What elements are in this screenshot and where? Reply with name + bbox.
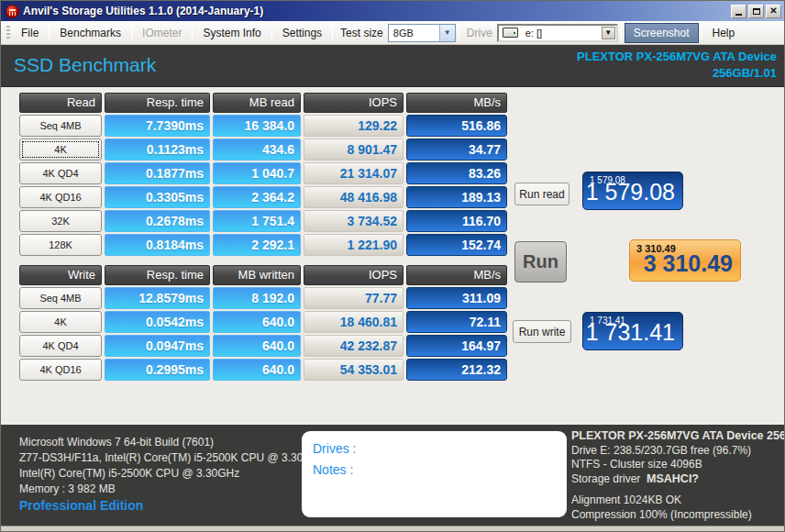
read-score-box: 1 579.08 1 579.08 [582,172,683,210]
write-score: 1 731.41 [586,319,675,346]
write-row-label-seq4mb[interactable]: Seq 4MB [19,287,102,309]
drive-details: PLEXTOR PX-256M7VG ATA Device 256GB Driv… [571,429,784,522]
drives-notes-box[interactable]: Drives : Notes : [302,431,567,517]
window-bottom-edge [1,526,784,532]
read-mbs: 152.74 [406,234,507,256]
menu-settings[interactable]: Settings [275,24,329,42]
read-iops: 21 314.07 [304,162,404,184]
header-banner: SSD Benchmark PLEXTOR PX-256M7VG ATA Dev… [1,45,784,87]
read-iops: 3 734.52 [304,210,404,232]
notes-label: Notes : [313,460,556,481]
menu-separator [702,25,702,40]
run-read-button[interactable]: Run read [514,183,569,205]
board-info: Z77-DS3H/F11a, Intel(R) Core(TM) i5-2500… [19,450,325,466]
chevron-down-icon[interactable]: ▼ [439,25,455,41]
drive-device-title: PLEXTOR PX-256M7VG ATA Device 256GB [571,429,784,444]
test-size-label: Test size [336,27,388,39]
write-mbs: 72.11 [406,311,507,333]
toolbar-gripper [6,26,10,40]
write-iops: 54 353.01 [304,359,404,381]
write-score-box: 1 731.41 1 731.41 [582,312,683,350]
write-row-label-4kqd4[interactable]: 4K QD4 [19,335,102,357]
test-size-value: 8GB [389,28,439,39]
menu-bar: File Benchmarks IOmeter System Info Sett… [1,21,784,45]
read-header-mbs: MB/s [406,93,507,113]
minimize-icon [735,14,742,16]
drive-icon [503,28,518,38]
read-mbs: 189.13 [406,186,507,208]
menu-separator [271,25,272,40]
close-icon: ✕ [769,6,777,16]
title-bar: Anvil's Storage Utilities 1.1.0 (2014-Ja… [1,1,784,21]
read-row-label-4k[interactable]: 4K [19,139,102,161]
storage-driver-value: MSAHCI? [647,472,699,485]
storage-driver-line: Storage driver MSAHCI? [571,472,784,487]
read-table: Read Resp. time MB read IOPS MB/s Seq 4M… [19,93,507,256]
menu-separator [192,25,193,40]
read-header-read: Read [19,93,102,113]
total-score: 3 310.49 [644,250,733,277]
device-info: PLEXTOR PX-256M7VG ATA Device 256GB/1.01 [577,49,777,82]
read-row-label-seq4mb[interactable]: Seq 4MB [19,115,102,137]
read-iops: 8 901.47 [304,139,404,161]
page-title: SSD Benchmark [14,54,156,76]
read-mb-read: 16 384.0 [213,115,301,137]
close-button[interactable]: ✕ [766,5,781,18]
menu-system-info[interactable]: System Info [195,24,268,42]
write-header-mbs: MB/s [406,265,507,285]
read-mb-read: 434.6 [213,139,301,161]
read-header-iops: IOPS [304,93,404,113]
minimize-button[interactable] [731,5,746,18]
write-header-write: Write [19,265,102,285]
read-iops: 48 416.98 [304,186,404,208]
read-resp-time: 0.8184ms [105,234,210,256]
read-mbs: 34.77 [406,139,507,161]
menu-separator [131,25,132,40]
drive-select[interactable]: e: [] ▼ [497,24,618,42]
write-row-label-4k[interactable]: 4K [19,311,102,333]
menu-separator [332,25,333,40]
read-row-label-4kqd4[interactable]: 4K QD4 [19,162,102,184]
drive-label: Drive [462,27,497,39]
read-row-label-4kqd16[interactable]: 4K QD16 [19,186,102,208]
write-resp-time: 0.2995ms [105,359,210,381]
read-resp-time: 0.2678ms [105,210,210,232]
menu-file[interactable]: File [14,24,46,42]
read-mb-read: 2 292.1 [213,234,301,256]
total-score-box: 3 310.49 3 310.49 [629,239,741,282]
main-area: Read Resp. time MB read IOPS MB/s Seq 4M… [1,87,784,425]
os-info: Microsoft Windows 7 64-bit Build (7601) [19,435,325,450]
edition-label: Professional Edition [19,498,143,513]
device-capacity: 256GB/1.01 [577,65,777,82]
read-header-mb-read: MB read [213,93,301,113]
write-iops: 18 460.81 [304,311,404,333]
write-resp-time: 0.0947ms [105,335,210,357]
write-mbs: 212.32 [406,359,507,381]
read-mb-read: 1 751.4 [213,210,301,232]
write-iops: 77.77 [304,287,404,309]
write-resp-time: 12.8579ms [105,287,210,309]
chevron-down-icon[interactable]: ▼ [602,27,615,39]
read-row-label-32k[interactable]: 32K [19,210,102,232]
menu-separator [621,25,622,40]
write-row-label-4kqd16[interactable]: 4K QD16 [19,359,102,381]
compression-info: Compression 100% (Incompressible) [571,508,784,523]
read-header-resp-time: Resp. time [105,93,210,113]
menu-benchmarks[interactable]: Benchmarks [52,24,128,42]
write-mb-written: 640.0 [213,335,301,357]
alignment-info: Alignment 1024KB OK [571,493,784,508]
menu-separator [459,25,459,40]
read-row-label-128k[interactable]: 128K [19,234,102,256]
maximize-button[interactable] [748,5,764,18]
run-write-button[interactable]: Run write [513,320,571,343]
screenshot-button[interactable]: Screenshot [625,23,699,43]
drive-value: e: [] [521,28,602,39]
read-mbs: 83.26 [406,162,507,184]
run-button[interactable]: Run [514,241,567,283]
menu-help[interactable]: Help [705,24,743,42]
maximize-icon [753,8,760,15]
menu-separator [49,25,50,40]
system-info: Microsoft Windows 7 64-bit Build (7601) … [19,435,325,497]
test-size-select[interactable]: 8GB ▼ [388,24,456,42]
device-name: PLEXTOR PX-256M7VG ATA Device [577,49,777,65]
